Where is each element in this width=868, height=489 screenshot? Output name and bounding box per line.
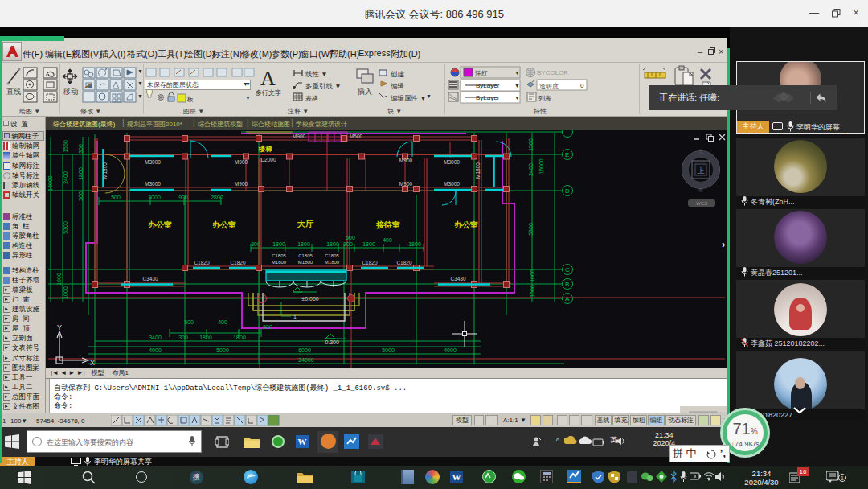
svg-text:C1820: C1820 bbox=[396, 260, 412, 265]
svg-text:楼梯: 楼梯 bbox=[258, 145, 273, 153]
svg-text:办公室: 办公室 bbox=[211, 220, 236, 229]
svg-text:▼: ▼ bbox=[137, 68, 143, 74]
svg-text:WCS: WCS bbox=[696, 201, 707, 206]
svg-text:4000: 4000 bbox=[149, 347, 162, 353]
svg-text:›: › bbox=[722, 238, 725, 250]
svg-text:1800: 1800 bbox=[233, 335, 246, 340]
svg-text:C: C bbox=[565, 266, 570, 273]
svg-text:M1800: M1800 bbox=[102, 162, 108, 179]
svg-text:▼: ▼ bbox=[514, 70, 520, 76]
svg-text:A: A bbox=[565, 295, 570, 302]
svg-text:3400: 3400 bbox=[149, 335, 162, 340]
svg-text:2400: 2400 bbox=[528, 163, 534, 176]
svg-text:M900: M900 bbox=[235, 181, 248, 187]
svg-text:500: 500 bbox=[184, 319, 194, 325]
svg-text:M3000: M3000 bbox=[145, 159, 161, 165]
svg-text:3000: 3000 bbox=[148, 195, 161, 200]
svg-text:▼: ▼ bbox=[514, 95, 520, 101]
svg-text:▼: ▼ bbox=[137, 93, 143, 99]
svg-text:M3000: M3000 bbox=[444, 159, 460, 165]
svg-text:5000: 5000 bbox=[216, 347, 229, 353]
svg-text:1000: 1000 bbox=[56, 273, 62, 286]
svg-text:M3000: M3000 bbox=[145, 181, 161, 187]
svg-text:500: 500 bbox=[111, 195, 121, 200]
svg-text:南: 南 bbox=[698, 187, 703, 192]
svg-text:500: 500 bbox=[346, 235, 355, 240]
svg-text:M900: M900 bbox=[399, 181, 413, 187]
svg-text:1800: 1800 bbox=[199, 335, 212, 340]
svg-text:400: 400 bbox=[383, 237, 392, 243]
svg-text:1: 1 bbox=[293, 314, 297, 320]
svg-text:▼: ▼ bbox=[137, 80, 143, 86]
svg-text:1800: 1800 bbox=[408, 241, 421, 247]
svg-text:C3430: C3430 bbox=[142, 276, 158, 281]
svg-text:Y: Y bbox=[57, 323, 62, 331]
svg-text:E: E bbox=[565, 151, 569, 158]
svg-text:M1800: M1800 bbox=[325, 260, 340, 265]
svg-text:C1805: C1805 bbox=[325, 253, 339, 258]
svg-text:北: 北 bbox=[698, 148, 703, 154]
svg-text:M900: M900 bbox=[399, 158, 413, 163]
svg-text:C3430: C3430 bbox=[450, 276, 466, 281]
svg-text:办公室: 办公室 bbox=[453, 220, 478, 229]
svg-text:300: 300 bbox=[78, 191, 84, 201]
svg-text:M1800: M1800 bbox=[298, 260, 313, 265]
svg-text:1800: 1800 bbox=[326, 241, 339, 247]
svg-text:300: 300 bbox=[78, 144, 84, 154]
svg-text:M500: M500 bbox=[350, 134, 363, 139]
svg-text:办公室: 办公室 bbox=[147, 220, 172, 229]
svg-text:M3000: M3000 bbox=[444, 181, 460, 187]
svg-text:1800: 1800 bbox=[362, 241, 375, 247]
svg-text:500: 500 bbox=[263, 324, 272, 330]
svg-text:C1820: C1820 bbox=[230, 260, 246, 265]
svg-text:5300: 5300 bbox=[63, 221, 68, 234]
svg-text:300: 300 bbox=[178, 335, 188, 340]
svg-text:1000: 1000 bbox=[530, 285, 535, 298]
svg-text:C1820: C1820 bbox=[362, 260, 378, 265]
svg-text:▼: ▼ bbox=[514, 83, 520, 88]
svg-text:300: 300 bbox=[343, 241, 353, 247]
svg-text:大厅: 大厅 bbox=[297, 220, 314, 228]
svg-text:C1805: C1805 bbox=[298, 253, 313, 258]
svg-text:2400: 2400 bbox=[63, 171, 68, 184]
svg-text:D2000: D2000 bbox=[260, 157, 276, 162]
svg-text:1560: 1560 bbox=[63, 140, 68, 153]
svg-text:C1820: C1820 bbox=[194, 260, 210, 265]
svg-text:900: 900 bbox=[178, 195, 188, 200]
svg-text:4000: 4000 bbox=[444, 347, 457, 353]
svg-text:2800: 2800 bbox=[211, 195, 223, 200]
svg-text:1560: 1560 bbox=[528, 138, 534, 151]
svg-text:X: X bbox=[90, 359, 95, 367]
svg-text:1000: 1000 bbox=[63, 286, 68, 299]
svg-text:接待室: 接待室 bbox=[375, 220, 400, 229]
svg-text:±0.000: ±0.000 bbox=[301, 296, 318, 302]
svg-text:M900: M900 bbox=[235, 159, 248, 165]
svg-text:M1800: M1800 bbox=[272, 260, 287, 265]
svg-text:1800: 1800 bbox=[78, 167, 84, 180]
svg-text:M1800: M1800 bbox=[475, 162, 481, 179]
svg-text:24000: 24000 bbox=[298, 357, 314, 363]
svg-text:1000: 1000 bbox=[530, 269, 535, 282]
svg-text:16000: 16000 bbox=[538, 158, 544, 175]
svg-text:A: A bbox=[260, 67, 276, 90]
svg-text:M900: M900 bbox=[293, 134, 306, 139]
svg-text:B: B bbox=[565, 281, 569, 288]
svg-text:C1805: C1805 bbox=[272, 253, 286, 258]
svg-text:1800: 1800 bbox=[272, 241, 285, 247]
svg-text:1800: 1800 bbox=[297, 241, 310, 247]
svg-text:400: 400 bbox=[218, 319, 227, 325]
svg-text:上: 上 bbox=[698, 166, 705, 175]
svg-text:5000: 5000 bbox=[382, 347, 395, 353]
svg-text:5300: 5300 bbox=[528, 223, 534, 236]
svg-text:16000: 16000 bbox=[47, 175, 53, 191]
svg-text:6000: 6000 bbox=[298, 347, 311, 353]
svg-text:▼: ▼ bbox=[426, 93, 432, 99]
svg-text:D: D bbox=[565, 187, 570, 195]
svg-text:-0.300: -0.300 bbox=[323, 339, 339, 345]
svg-text:300: 300 bbox=[251, 241, 260, 247]
